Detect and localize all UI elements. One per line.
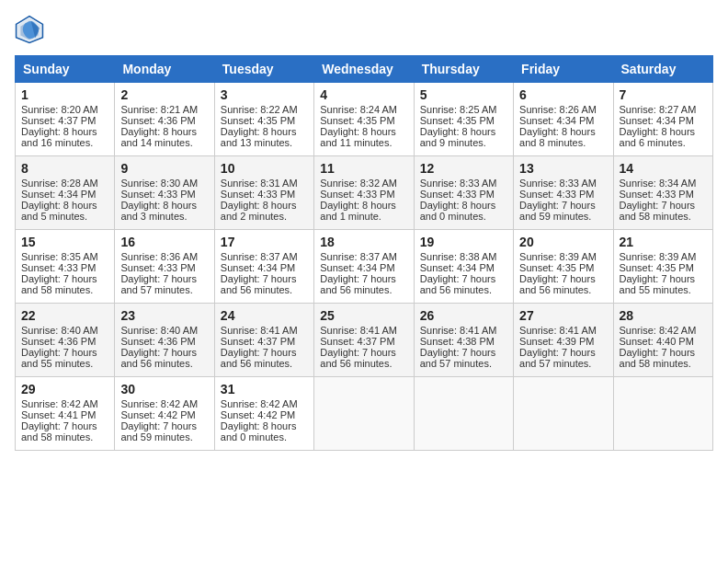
cell-info: Daylight: 7 hours <box>21 420 108 431</box>
calendar-body: 1Sunrise: 8:20 AMSunset: 4:37 PMDaylight… <box>16 83 713 451</box>
calendar-table: SundayMondayTuesdayWednesdayThursdayFrid… <box>15 55 713 451</box>
cell-info: Daylight: 7 hours <box>420 347 507 358</box>
day-number: 13 <box>519 161 607 176</box>
day-number: 20 <box>519 235 607 249</box>
calendar-cell: 26Sunrise: 8:41 AMSunset: 4:38 PMDayligh… <box>414 304 513 377</box>
day-number: 8 <box>21 161 108 176</box>
calendar-cell <box>514 377 613 451</box>
cell-info: Sunset: 4:34 PM <box>320 262 407 273</box>
cell-info: Sunrise: 8:42 AM <box>620 325 707 336</box>
cell-info: Sunrise: 8:25 AM <box>420 104 507 115</box>
cell-info: Sunrise: 8:41 AM <box>320 325 407 336</box>
logo-icon <box>15 15 44 44</box>
cell-info: and 55 minutes. <box>21 358 108 369</box>
week-row-2: 8Sunrise: 8:28 AMSunset: 4:34 PMDaylight… <box>16 156 713 230</box>
cell-info: Sunset: 4:39 PM <box>519 336 607 347</box>
cell-info: Sunset: 4:33 PM <box>120 262 208 273</box>
cell-info: Sunrise: 8:36 AM <box>120 251 208 262</box>
cell-info: Daylight: 7 hours <box>420 273 507 284</box>
cell-info: and 58 minutes. <box>21 431 108 442</box>
cell-info: Sunset: 4:36 PM <box>21 336 108 347</box>
cell-info: and 55 minutes. <box>620 284 707 295</box>
cell-info: Sunset: 4:33 PM <box>221 189 308 200</box>
cell-info: Sunrise: 8:21 AM <box>120 104 208 115</box>
logo <box>15 15 48 44</box>
day-number: 10 <box>221 161 308 176</box>
cell-info: Sunset: 4:38 PM <box>420 336 507 347</box>
cell-info: Sunrise: 8:34 AM <box>620 178 707 189</box>
day-number: 17 <box>221 235 308 249</box>
cell-info: Sunrise: 8:24 AM <box>320 104 407 115</box>
cell-info: and 6 minutes. <box>620 137 707 148</box>
cell-info: Daylight: 7 hours <box>221 347 308 358</box>
day-number: 18 <box>320 235 407 249</box>
day-number: 1 <box>21 87 108 102</box>
cell-info: Sunset: 4:41 PM <box>21 409 108 420</box>
cell-info: and 1 minute. <box>320 211 407 222</box>
day-number: 27 <box>519 308 607 323</box>
cell-info: Daylight: 8 hours <box>519 126 607 137</box>
cell-info: Daylight: 7 hours <box>120 273 208 284</box>
day-header-wednesday: Wednesday <box>314 56 414 83</box>
cell-info: and 56 minutes. <box>120 358 208 369</box>
calendar-cell: 24Sunrise: 8:41 AMSunset: 4:37 PMDayligh… <box>214 304 313 377</box>
calendar-cell: 19Sunrise: 8:38 AMSunset: 4:34 PMDayligh… <box>414 230 513 304</box>
cell-info: Sunset: 4:36 PM <box>120 115 208 126</box>
cell-info: Sunrise: 8:20 AM <box>21 104 108 115</box>
cell-info: and 58 minutes. <box>620 358 707 369</box>
cell-info: Sunset: 4:33 PM <box>420 189 507 200</box>
calendar-cell: 29Sunrise: 8:42 AMSunset: 4:41 PMDayligh… <box>16 377 115 451</box>
cell-info: Sunrise: 8:35 AM <box>21 251 108 262</box>
day-number: 6 <box>519 87 607 102</box>
cell-info: Sunrise: 8:37 AM <box>221 251 308 262</box>
cell-info: and 8 minutes. <box>519 137 607 148</box>
calendar-cell: 12Sunrise: 8:33 AMSunset: 4:33 PMDayligh… <box>414 156 513 230</box>
header <box>15 15 713 44</box>
cell-info: Daylight: 7 hours <box>519 200 607 211</box>
cell-info: Sunset: 4:34 PM <box>519 115 607 126</box>
cell-info: Sunset: 4:34 PM <box>420 262 507 273</box>
calendar-cell: 25Sunrise: 8:41 AMSunset: 4:37 PMDayligh… <box>314 304 414 377</box>
calendar-cell <box>613 377 712 451</box>
cell-info: Sunset: 4:37 PM <box>320 336 407 347</box>
cell-info: Sunset: 4:34 PM <box>21 189 108 200</box>
cell-info: and 59 minutes. <box>120 431 208 442</box>
calendar-cell: 22Sunrise: 8:40 AMSunset: 4:36 PMDayligh… <box>16 304 115 377</box>
day-header-friday: Friday <box>514 56 613 83</box>
calendar-cell: 7Sunrise: 8:27 AMSunset: 4:34 PMDaylight… <box>613 83 712 156</box>
cell-info: Sunset: 4:35 PM <box>420 115 507 126</box>
calendar-cell: 21Sunrise: 8:39 AMSunset: 4:35 PMDayligh… <box>613 230 712 304</box>
calendar-cell: 14Sunrise: 8:34 AMSunset: 4:33 PMDayligh… <box>613 156 712 230</box>
cell-info: Daylight: 8 hours <box>120 200 208 211</box>
cell-info: Sunrise: 8:22 AM <box>221 104 308 115</box>
cell-info: and 13 minutes. <box>221 137 308 148</box>
cell-info: and 58 minutes. <box>620 211 707 222</box>
day-number: 7 <box>620 87 707 102</box>
calendar-cell: 23Sunrise: 8:40 AMSunset: 4:36 PMDayligh… <box>115 304 214 377</box>
cell-info: Sunrise: 8:41 AM <box>221 325 308 336</box>
cell-info: Daylight: 7 hours <box>21 273 108 284</box>
cell-info: Sunrise: 8:38 AM <box>420 251 507 262</box>
calendar-cell: 2Sunrise: 8:21 AMSunset: 4:36 PMDaylight… <box>115 83 214 156</box>
calendar-cell: 31Sunrise: 8:42 AMSunset: 4:42 PMDayligh… <box>214 377 313 451</box>
calendar-cell: 9Sunrise: 8:30 AMSunset: 4:33 PMDaylight… <box>115 156 214 230</box>
day-number: 24 <box>221 308 308 323</box>
cell-info: and 58 minutes. <box>21 284 108 295</box>
cell-info: Sunrise: 8:42 AM <box>21 398 108 409</box>
calendar-cell: 8Sunrise: 8:28 AMSunset: 4:34 PMDaylight… <box>16 156 115 230</box>
day-number: 14 <box>620 161 707 176</box>
cell-info: Sunrise: 8:33 AM <box>519 178 607 189</box>
cell-info: Daylight: 8 hours <box>320 200 407 211</box>
cell-info: Sunset: 4:35 PM <box>519 262 607 273</box>
calendar-cell: 4Sunrise: 8:24 AMSunset: 4:35 PMDaylight… <box>314 83 414 156</box>
cell-info: Daylight: 8 hours <box>21 126 108 137</box>
cell-info: Sunrise: 8:39 AM <box>620 251 707 262</box>
day-header-tuesday: Tuesday <box>214 56 313 83</box>
day-number: 28 <box>620 308 707 323</box>
calendar-cell: 28Sunrise: 8:42 AMSunset: 4:40 PMDayligh… <box>613 304 712 377</box>
cell-info: Daylight: 8 hours <box>120 126 208 137</box>
cell-info: Sunset: 4:37 PM <box>21 115 108 126</box>
calendar-cell: 20Sunrise: 8:39 AMSunset: 4:35 PMDayligh… <box>514 230 613 304</box>
calendar-cell: 16Sunrise: 8:36 AMSunset: 4:33 PMDayligh… <box>115 230 214 304</box>
calendar-cell: 6Sunrise: 8:26 AMSunset: 4:34 PMDaylight… <box>514 83 613 156</box>
